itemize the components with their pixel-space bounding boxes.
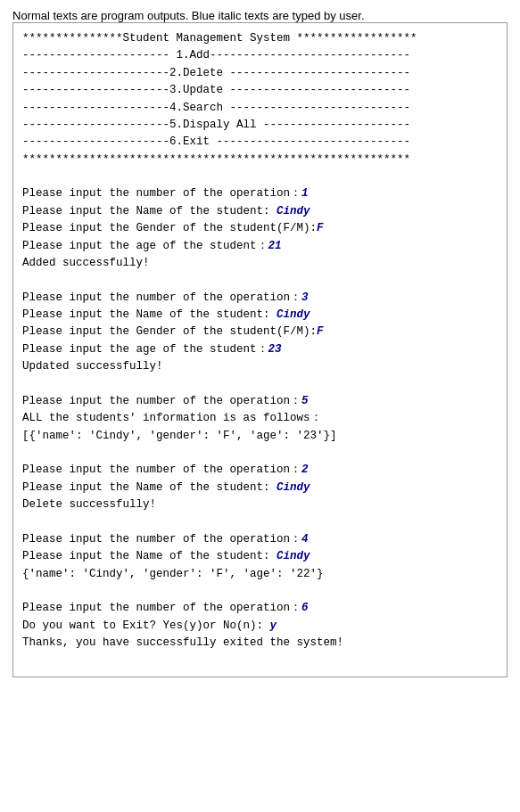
header-normal-text: Normal texts are program outputs.	[12, 9, 192, 22]
user-input: F	[317, 222, 324, 234]
user-input: 4	[301, 533, 309, 545]
output-text: Please input the Name of the student:	[22, 205, 277, 217]
output-text: Thanks, you have successfully exited the…	[22, 636, 343, 649]
output-text: Please input the Name of the student:	[22, 550, 277, 562]
header-note: Normal texts are program outputs. Blue i…	[12, 9, 508, 22]
output-text: Please input the number of the operation…	[22, 463, 301, 476]
output-text: Please input the age of the student：	[22, 240, 268, 252]
user-input: 1	[301, 187, 309, 200]
menu-line: ----------------------4.Search ---------…	[22, 102, 410, 114]
output-text: {'name': 'Cindy', 'gender': 'F', 'age': …	[22, 568, 324, 580]
output-text: Delete successfully!	[22, 498, 156, 511]
output-text: Please input the Name of the student:	[22, 481, 277, 494]
user-input: y	[270, 619, 277, 632]
output-text: Please input the Gender of the student(F…	[22, 325, 317, 338]
user-input: Cindy	[277, 550, 310, 562]
output-text: Please input the number of the operation…	[22, 395, 301, 407]
user-input: Cindy	[277, 481, 310, 494]
user-input: F	[317, 325, 324, 338]
user-input: 2	[301, 463, 309, 476]
user-input: 3	[301, 291, 309, 304]
user-input: 6	[301, 602, 309, 614]
output-text: Do you want to Exit? Yes(y)or No(n):	[22, 619, 270, 632]
output-text: Please input the Name of the student:	[22, 308, 277, 321]
terminal-box: ***************Student Management System…	[12, 22, 508, 677]
menu-line: ----------------------3.Update ---------…	[22, 84, 410, 96]
menu-line: ----------------------6.Exit -----------…	[22, 135, 410, 148]
header-blue-text: Blue	[192, 9, 215, 22]
menu-line: ***************Student Management System…	[22, 32, 417, 45]
user-input: 21	[268, 240, 282, 252]
header-italic-text: italic texts are typed by user.	[215, 9, 365, 22]
menu-line: ---------------------- 1.Add------------…	[22, 49, 410, 62]
output-text: Updated successfully!	[22, 360, 163, 373]
output-text: Please input the age of the student：	[22, 343, 268, 356]
menu-line: ----------------------5.Dispaly All ----…	[22, 119, 410, 131]
output-text: Added successfully!	[22, 257, 150, 269]
output-text: Please input the Gender of the student(F…	[22, 222, 317, 234]
output-text: [{'name': 'Cindy', 'gender': 'F', 'age':…	[22, 430, 337, 442]
output-text: Please input the number of the operation…	[22, 291, 301, 304]
menu-line: ----------------------2.Delete ---------…	[22, 67, 410, 79]
user-input: 5	[301, 395, 309, 407]
output-text: ALL the students' information is as foll…	[22, 412, 322, 424]
user-input: Cindy	[277, 205, 310, 217]
output-text: Please input the number of the operation…	[22, 533, 301, 545]
user-input: 23	[268, 343, 282, 356]
output-text: Please input the number of the operation…	[22, 187, 301, 200]
output-text: Please input the number of the operation…	[22, 602, 301, 614]
menu-line: ****************************************…	[22, 153, 410, 166]
user-input: Cindy	[277, 308, 310, 321]
